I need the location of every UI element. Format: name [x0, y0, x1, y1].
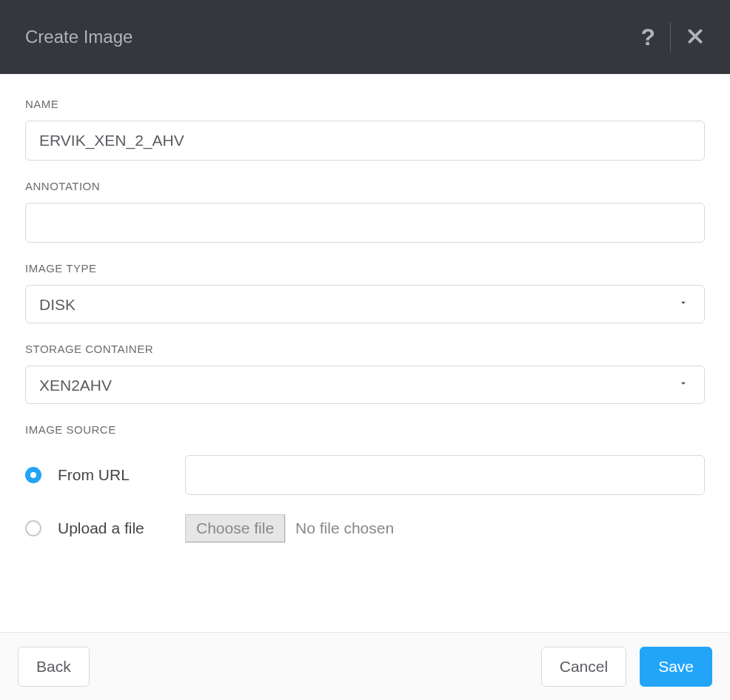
source-row-upload: Upload a file Choose file No file chosen: [25, 514, 705, 542]
modal-footer: Back Cancel Save: [0, 632, 730, 700]
modal-title: Create Image: [25, 27, 133, 47]
header-divider: [670, 22, 671, 52]
form-group-image-type: IMAGE TYPE DISK: [25, 262, 705, 323]
storage-container-select[interactable]: XEN2AHV: [25, 366, 705, 404]
url-input[interactable]: [185, 455, 705, 495]
image-type-label: IMAGE TYPE: [25, 262, 705, 275]
close-icon[interactable]: [686, 24, 705, 50]
from-url-label[interactable]: From URL: [58, 466, 130, 484]
storage-container-label: STORAGE CONTAINER: [25, 343, 705, 355]
radio-upload-file[interactable]: [25, 520, 41, 536]
header-actions: ?: [640, 22, 705, 52]
no-file-chosen-text: No file chosen: [295, 519, 394, 537]
save-button[interactable]: Save: [640, 647, 712, 687]
image-source-label: IMAGE SOURCE: [25, 423, 705, 436]
image-source-section: IMAGE SOURCE From URL Upload a file Choo…: [25, 423, 705, 542]
choose-file-button[interactable]: Choose file: [185, 514, 285, 542]
form-group-name: NAME: [25, 98, 705, 161]
cancel-button[interactable]: Cancel: [541, 647, 626, 687]
modal-header: Create Image ?: [0, 0, 730, 74]
name-label: NAME: [25, 98, 705, 110]
modal-body: NAME ANNOTATION IMAGE TYPE DISK STORAGE …: [0, 74, 730, 542]
annotation-label: ANNOTATION: [25, 180, 705, 192]
back-button[interactable]: Back: [18, 647, 90, 687]
upload-file-label[interactable]: Upload a file: [58, 519, 144, 537]
image-type-select[interactable]: DISK: [25, 285, 705, 323]
form-group-annotation: ANNOTATION: [25, 180, 705, 243]
form-group-storage-container: STORAGE CONTAINER XEN2AHV: [25, 343, 705, 404]
annotation-input[interactable]: [25, 203, 705, 243]
help-icon[interactable]: ?: [640, 24, 655, 51]
radio-from-url[interactable]: [25, 467, 41, 483]
name-input[interactable]: [25, 121, 705, 161]
source-row-url: From URL: [25, 455, 705, 495]
